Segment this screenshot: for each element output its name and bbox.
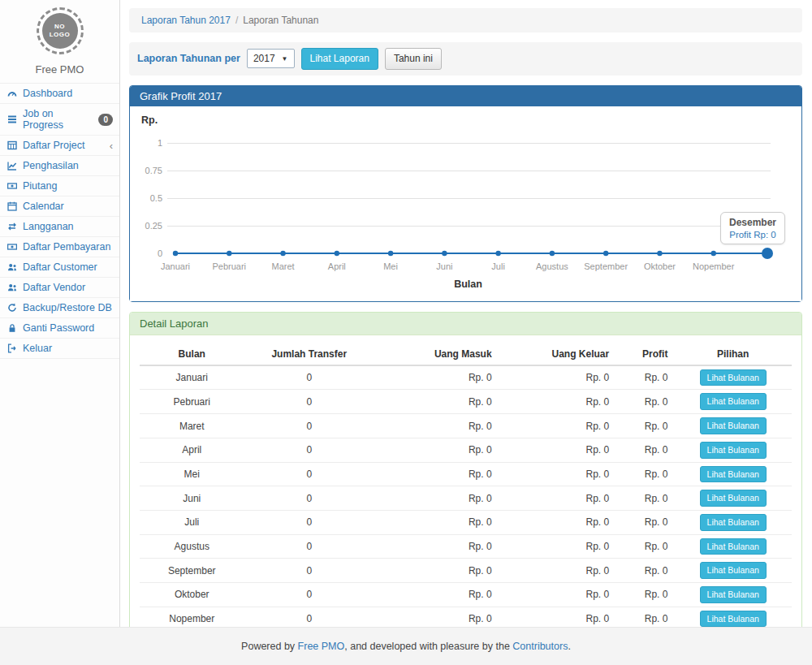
report-table: Bulan Jumlah Transfer Uang Masuk Uang Ke… (140, 343, 792, 665)
chart-point-januari[interactable] (173, 251, 178, 256)
cell-jumlah-transfer: 0 (244, 462, 374, 486)
chart-panel-title: Grafik Profit 2017 (130, 86, 801, 106)
lihat-laporan-button[interactable]: Lihat Laporan (301, 48, 378, 70)
table-row-mei: Mei0Rp. 0Rp. 0Rp. 0Lihat Bulanan (140, 462, 792, 486)
line-chart-icon (7, 161, 18, 171)
year-select[interactable]: 2017 ▼ (247, 49, 295, 68)
sidebar-item-daftar-customer[interactable]: Daftar Customer (0, 257, 119, 278)
cell-pilihan: Lihat Bulanan (674, 486, 792, 511)
sidebar-item-keluar[interactable]: Keluar (0, 339, 119, 359)
sidebar-item-backup-restore-db[interactable]: Backup/Restore DB (0, 298, 119, 318)
chart-point-desember[interactable] (762, 248, 773, 259)
breadcrumb-separator: / (231, 15, 243, 26)
table-header-row: Bulan Jumlah Transfer Uang Masuk Uang Ke… (140, 343, 792, 365)
cell-bulan: Oktober (140, 582, 244, 607)
cell-bulan: Mei (140, 462, 244, 486)
lihat-bulanan-button[interactable]: Lihat Bulanan (700, 538, 767, 555)
chart-point-mei[interactable] (388, 251, 393, 256)
footer-text-after: . (568, 641, 570, 652)
x-tick-label: Mei (361, 261, 420, 271)
lihat-bulanan-button[interactable]: Lihat Bulanan (700, 417, 767, 434)
sidebar-item-ganti-password[interactable]: Ganti Password (0, 318, 119, 339)
chart-point-september[interactable] (603, 251, 608, 256)
sidebar-item-daftar-vendor[interactable]: Daftar Vendor (0, 278, 119, 298)
sidebar-item-label: Daftar Project (23, 140, 84, 151)
table-row-oktober: Oktober0Rp. 0Rp. 0Rp. 0Lihat Bulanan (140, 582, 792, 607)
sign-out-icon (7, 343, 18, 353)
chart-point-agustus[interactable] (550, 251, 555, 256)
lock-icon (7, 323, 18, 333)
footer-text-before: Powered by (241, 641, 297, 652)
x-tick-label: Januari (146, 261, 205, 271)
x-tick-label: Agustus (523, 261, 581, 271)
sidebar-item-label: Keluar (23, 343, 52, 354)
content-row: NO LOGO Free PMO DashboardJob on Progres… (0, 0, 812, 627)
sidebar-item-label: Daftar Customer (23, 261, 97, 273)
cell-uang-keluar: Rp. 0 (499, 510, 616, 534)
users-icon (7, 283, 18, 292)
cell-jumlah-transfer: 0 (244, 486, 374, 511)
lihat-bulanan-button[interactable]: Lihat Bulanan (700, 562, 767, 579)
breadcrumb-link-laporan-tahun[interactable]: Laporan Tahun 2017 (141, 15, 231, 26)
lihat-bulanan-button[interactable]: Lihat Bulanan (700, 514, 767, 531)
cell-uang-masuk: Rp. 0 (374, 559, 499, 583)
sidebar-item-daftar-pembayaran[interactable]: Daftar Pembayaran (0, 237, 119, 257)
cell-uang-keluar: Rp. 0 (499, 582, 616, 607)
sidebar-item-label: Job on Progress (23, 108, 93, 131)
cell-profit: Rp. 0 (615, 510, 674, 534)
cell-bulan: Pebruari (140, 390, 244, 414)
lihat-bulanan-button[interactable]: Lihat Bulanan (700, 369, 767, 386)
sidebar-item-calendar[interactable]: Calendar (0, 196, 119, 217)
lihat-bulanan-button[interactable]: Lihat Bulanan (700, 611, 767, 628)
sidebar-item-label: Langganan (23, 221, 74, 232)
tooltip-value: Profit Rp: 0 (729, 230, 776, 240)
sidebar-item-penghasilan[interactable]: Penghasilan (0, 156, 119, 176)
sidebar-item-daftar-project[interactable]: Daftar Project‹ (0, 136, 119, 156)
report-table-body: Januari0Rp. 0Rp. 0Rp. 0Lihat BulananPebr… (140, 365, 792, 655)
x-tick-label: Juli (469, 261, 528, 271)
x-tick-label: April (308, 261, 366, 271)
footer-link-contributors[interactable]: Contributors (512, 641, 568, 652)
cell-jumlah-transfer: 0 (244, 582, 374, 607)
footer-text: Powered by Free PMO, and developed with … (241, 641, 571, 652)
tahun-ini-button[interactable]: Tahun ini (385, 48, 442, 70)
table-row-agustus: Agustus0Rp. 0Rp. 0Rp. 0Lihat Bulanan (140, 534, 792, 559)
chart-point-juni[interactable] (442, 251, 447, 256)
lihat-bulanan-button[interactable]: Lihat Bulanan (700, 586, 767, 603)
chart-point-oktober[interactable] (657, 251, 662, 256)
cell-pilihan: Lihat Bulanan (674, 510, 792, 534)
filter-label: Laporan Tahunan per (137, 53, 240, 64)
lihat-bulanan-button[interactable]: Lihat Bulanan (700, 393, 767, 410)
cell-uang-masuk: Rp. 0 (374, 390, 499, 414)
sidebar-item-langganan[interactable]: Langganan (0, 217, 119, 237)
chart-body: Rp. Bulan Desember Profit Rp: 0 10.750.5… (130, 106, 801, 301)
cell-pilihan: Lihat Bulanan (674, 365, 792, 390)
cell-uang-masuk: Rp. 0 (374, 365, 499, 390)
table-icon (7, 140, 18, 150)
sidebar-item-dashboard[interactable]: Dashboard (0, 84, 119, 104)
cell-pilihan: Lihat Bulanan (674, 582, 792, 607)
lihat-bulanan-button[interactable]: Lihat Bulanan (700, 466, 767, 483)
cell-profit: Rp. 0 (615, 390, 674, 414)
chart-point-pebruari[interactable] (227, 251, 231, 256)
count-badge: 0 (98, 114, 113, 126)
table-row-pebruari: Pebruari0Rp. 0Rp. 0Rp. 0Lihat Bulanan (140, 390, 792, 414)
chart-point-juli[interactable] (495, 251, 500, 256)
cell-uang-keluar: Rp. 0 (499, 486, 616, 511)
x-tick-label: Juni (415, 261, 473, 271)
sidebar-item-piutang[interactable]: Piutang (0, 176, 119, 196)
footer-text-middle: , and developed with pleasure by the (344, 641, 512, 652)
chart-point-april[interactable] (335, 251, 339, 256)
sidebar-item-label: Calendar (23, 201, 64, 212)
lihat-bulanan-button[interactable]: Lihat Bulanan (700, 490, 767, 507)
chart-point-maret[interactable] (280, 251, 285, 256)
chart-point-nopember[interactable] (711, 251, 716, 256)
lihat-bulanan-button[interactable]: Lihat Bulanan (700, 442, 767, 459)
cell-uang-masuk: Rp. 0 (374, 534, 499, 559)
footer-link-free-pmo[interactable]: Free PMO (298, 641, 345, 652)
sidebar-item-job-on-progress[interactable]: Job on Progress0 (0, 104, 119, 136)
x-tick-label: Pebruari (200, 261, 258, 271)
x-tick-label: Nopember (685, 261, 743, 271)
cell-uang-masuk: Rp. 0 (374, 414, 499, 438)
cell-bulan: Maret (140, 414, 244, 438)
